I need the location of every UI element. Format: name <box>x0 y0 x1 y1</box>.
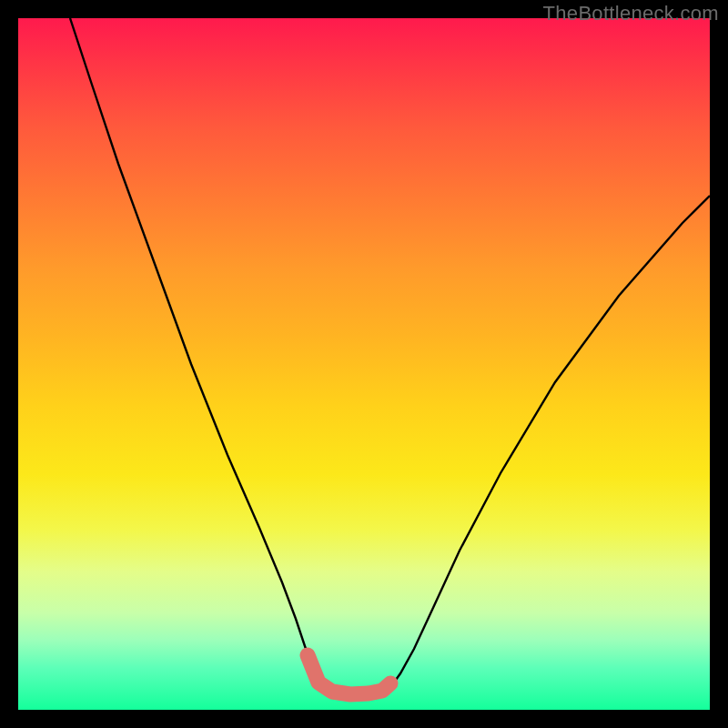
watermark-text: TheBottleneck.com <box>543 2 719 25</box>
curve-highlight <box>308 655 390 694</box>
plot-area <box>18 18 710 710</box>
curve-path <box>70 18 710 694</box>
bottleneck-curve <box>18 18 710 710</box>
chart-frame: TheBottleneck.com <box>0 0 728 728</box>
